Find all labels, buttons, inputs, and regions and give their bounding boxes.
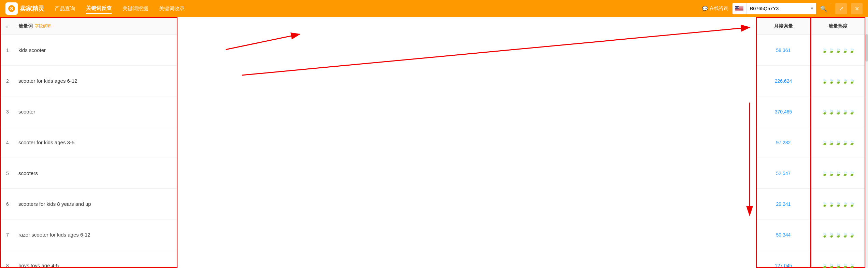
arrows-overlay xyxy=(177,17,756,268)
leaf-active: 🍃 xyxy=(828,232,834,238)
leaf-active: 🍃 xyxy=(822,171,827,176)
svg-line-14 xyxy=(242,27,750,75)
row-number: 5 xyxy=(6,171,18,176)
row-number: 2 xyxy=(6,78,18,84)
monthly-cells: 58,361226,624370,46597,28252,54729,24150… xyxy=(757,35,810,268)
row-number: 6 xyxy=(6,201,18,207)
leaf-inactive: 🍃 xyxy=(849,201,855,207)
heat-cell: 🍃🍃🍃🍃🍃 xyxy=(811,35,865,66)
svg-rect-7 xyxy=(735,10,743,10)
leaf-active: 🍃 xyxy=(835,48,841,53)
logo-text: 卖家精灵 xyxy=(20,4,44,13)
leaf-active: 🍃 xyxy=(828,48,834,53)
leaf-active: 🍃 xyxy=(842,78,848,84)
table-row[interactable]: 5 scooters xyxy=(1,158,177,189)
leaf-inactive: 🍃 xyxy=(849,171,855,176)
row-number: 7 xyxy=(6,232,18,238)
heat-cells: 🍃🍃🍃🍃🍃🍃🍃🍃🍃🍃🍃🍃🍃🍃🍃🍃🍃🍃🍃🍃🍃🍃🍃🍃🍃🍃🍃🍃🍃🍃🍃🍃🍃🍃🍃🍃🍃🍃🍃🍃 xyxy=(811,35,865,268)
table-row[interactable]: 2 scooter for kids ages 6-12 xyxy=(1,66,177,96)
chat-icon: 💬 xyxy=(702,6,708,11)
leaf-active: 🍃 xyxy=(842,48,848,53)
chart-area xyxy=(177,17,756,268)
heat-cell: 🍃🍃🍃🍃🍃 xyxy=(811,127,865,158)
table-row[interactable]: 8 boys toys age 4-5 xyxy=(1,250,177,268)
monthly-cell: 127,045 xyxy=(757,250,810,268)
row-number: 4 xyxy=(6,140,18,145)
monthly-cell: 226,624 xyxy=(757,66,810,96)
table-row[interactable]: 7 razor scooter for kids ages 6-12 xyxy=(1,219,177,250)
search-input[interactable] xyxy=(746,3,808,14)
monthly-cell: 97,282 xyxy=(757,127,810,158)
svg-rect-6 xyxy=(735,9,743,9)
monthly-cell: 50,344 xyxy=(757,219,810,250)
expand-button[interactable]: ⤢ xyxy=(835,3,847,14)
heat-cell: 🍃🍃🍃🍃🍃 xyxy=(811,250,865,268)
monthly-cell: 52,547 xyxy=(757,158,810,189)
leaf-active: 🍃 xyxy=(822,232,827,238)
nav-keyword-record[interactable]: 关键词收录 xyxy=(159,4,185,13)
leaf-inactive: 🍃 xyxy=(849,140,855,145)
svg-text:★★★: ★★★ xyxy=(735,6,739,9)
online-consult-label: 在线咨询 xyxy=(709,5,728,12)
table-row[interactable]: 1 kids scooter xyxy=(1,35,177,66)
nav-product-query[interactable]: 产品查询 xyxy=(55,4,75,13)
explain-link[interactable]: 字段解释 xyxy=(35,23,51,29)
keyword-rows: 1 kids scooter 2 scooter for kids ages 6… xyxy=(1,35,177,268)
nav-keyword-mining[interactable]: 关键词挖掘 xyxy=(123,4,148,13)
flag-box: ★★★ xyxy=(732,3,746,14)
heat-cell: 🍃🍃🍃🍃🍃 xyxy=(811,158,865,189)
keyword-label: 流量词 xyxy=(18,23,33,29)
scrollbar-thumb[interactable] xyxy=(865,34,868,62)
leaf-inactive: 🍃 xyxy=(849,48,855,53)
dropdown-icon[interactable]: ▼ xyxy=(808,6,816,11)
svg-text:S: S xyxy=(10,6,13,11)
table-header: # 流量词 字段解释 xyxy=(1,18,177,35)
leaf-inactive: 🍃 xyxy=(842,201,848,207)
heat-col-header: 流量热度 xyxy=(811,18,865,35)
leaf-active: 🍃 xyxy=(822,201,827,207)
leaf-active: 🍃 xyxy=(835,78,841,84)
leaf-inactive: 🍃 xyxy=(849,78,855,84)
leaf-inactive: 🍃 xyxy=(842,232,848,238)
monthly-cell: 29,241 xyxy=(757,189,810,219)
header-right: 💬 在线咨询 ★★★ ▼ 🔍 xyxy=(702,3,863,14)
leaf-active: 🍃 xyxy=(835,109,841,115)
leaf-active: 🍃 xyxy=(822,109,827,115)
search-button[interactable]: 🔍 xyxy=(816,3,831,14)
leaf-active: 🍃 xyxy=(822,140,827,145)
table-row[interactable]: 4 scooter for kids ages 3-5 xyxy=(1,127,177,158)
row-number: 8 xyxy=(6,263,18,268)
leaf-active: 🍃 xyxy=(828,78,834,84)
leaf-inactive: 🍃 xyxy=(835,201,841,207)
keyword-list-panel: # 流量词 字段解释 1 kids scooter 2 scooter for … xyxy=(0,17,177,268)
row-keyword-text: scooter for kids ages 6-12 xyxy=(18,78,171,84)
heat-cell: 🍃🍃🍃🍃🍃 xyxy=(811,189,865,219)
leaf-active: 🍃 xyxy=(828,140,834,145)
search-bar: ★★★ ▼ 🔍 xyxy=(732,3,831,14)
scrollbar[interactable] xyxy=(865,17,868,268)
monthly-col-header: 月搜索量 xyxy=(757,18,810,35)
row-number: 3 xyxy=(6,109,18,115)
row-keyword-text: scooter for kids ages 3-5 xyxy=(18,139,171,145)
leaf-inactive: 🍃 xyxy=(849,232,855,238)
leaf-inactive: 🍃 xyxy=(842,171,848,176)
leaf-active: 🍃 xyxy=(828,201,834,207)
monthly-cell: 58,361 xyxy=(757,35,810,66)
logo-icon: S xyxy=(5,2,18,15)
row-keyword-text: scooters for kids 8 years and up xyxy=(18,201,171,207)
leaf-inactive: 🍃 xyxy=(835,263,841,268)
leaf-active: 🍃 xyxy=(828,171,834,176)
nav-keyword-reverse[interactable]: 关键词反查 xyxy=(86,4,112,14)
online-consult[interactable]: 💬 在线咨询 xyxy=(702,5,728,12)
table-row[interactable]: 3 scooter xyxy=(1,96,177,127)
us-flag-icon: ★★★ xyxy=(735,6,743,11)
table-row[interactable]: 6 scooters for kids 8 years and up xyxy=(1,189,177,219)
close-button[interactable]: ✕ xyxy=(851,3,863,14)
leaf-active: 🍃 xyxy=(828,109,834,115)
leaf-inactive: 🍃 xyxy=(849,263,855,268)
traffic-heat-column: 流量热度 🍃🍃🍃🍃🍃🍃🍃🍃🍃🍃🍃🍃🍃🍃🍃🍃🍃🍃🍃🍃🍃🍃🍃🍃🍃🍃🍃🍃🍃🍃🍃🍃🍃🍃🍃… xyxy=(811,17,865,268)
col-keyword-header: 流量词 字段解释 xyxy=(18,23,171,29)
row-keyword-text: kids scooter xyxy=(18,47,171,53)
leaf-inactive: 🍃 xyxy=(842,109,848,115)
col-num-header: # xyxy=(6,24,18,29)
